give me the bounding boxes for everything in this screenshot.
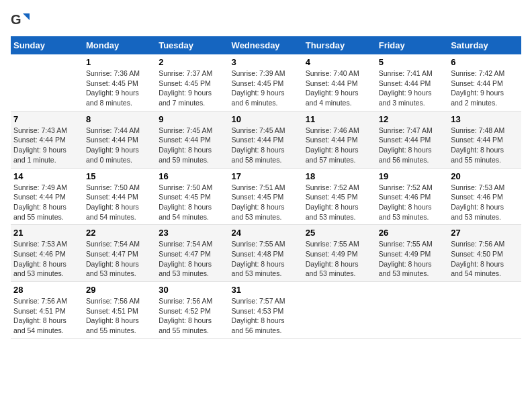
calendar-cell: 5Sunrise: 7:41 AM Sunset: 4:44 PM Daylig… [376,54,448,111]
header-day-friday: Friday [376,36,448,54]
day-number: 13 [451,114,519,124]
calendar-cell: 19Sunrise: 7:52 AM Sunset: 4:46 PM Dayli… [376,168,448,225]
calendar-cell: 27Sunrise: 7:56 AM Sunset: 4:50 PM Dayli… [448,225,521,282]
logo-icon: G [11,11,30,30]
calendar-header-row: SundayMondayTuesdayWednesdayThursdayFrid… [11,36,521,54]
calendar-cell: 26Sunrise: 7:55 AM Sunset: 4:49 PM Dayli… [376,225,448,282]
day-number: 8 [86,114,153,124]
day-number: 28 [13,285,81,295]
day-info: Sunrise: 7:44 AM Sunset: 4:44 PM Dayligh… [86,126,153,165]
header-day-sunday: Sunday [11,36,83,54]
day-number: 27 [451,228,519,238]
calendar-cell: 30Sunrise: 7:56 AM Sunset: 4:52 PM Dayli… [156,282,228,339]
header-day-thursday: Thursday [303,36,376,54]
day-info: Sunrise: 7:37 AM Sunset: 4:45 PM Dayligh… [159,68,226,108]
day-info: Sunrise: 7:56 AM Sunset: 4:51 PM Dayligh… [86,296,153,336]
calendar-cell [11,54,83,111]
day-info: Sunrise: 7:54 AM Sunset: 4:47 PM Dayligh… [86,239,153,279]
day-info: Sunrise: 7:52 AM Sunset: 4:46 PM Dayligh… [379,183,445,222]
day-info: Sunrise: 7:49 AM Sunset: 4:44 PM Dayligh… [13,183,81,222]
day-info: Sunrise: 7:48 AM Sunset: 4:44 PM Dayligh… [451,126,519,165]
day-number: 15 [86,171,153,181]
day-number: 19 [379,171,445,181]
day-info: Sunrise: 7:36 AM Sunset: 4:45 PM Dayligh… [86,68,153,108]
calendar-cell: 15Sunrise: 7:50 AM Sunset: 4:44 PM Dayli… [83,168,156,225]
day-number: 29 [86,285,153,295]
calendar-cell: 12Sunrise: 7:47 AM Sunset: 4:44 PM Dayli… [376,111,448,168]
day-info: Sunrise: 7:41 AM Sunset: 4:44 PM Dayligh… [379,68,445,108]
day-info: Sunrise: 7:51 AM Sunset: 4:45 PM Dayligh… [232,183,300,222]
day-number: 23 [159,228,226,238]
calendar-cell: 22Sunrise: 7:54 AM Sunset: 4:47 PM Dayli… [83,225,156,282]
header-day-wednesday: Wednesday [229,36,303,54]
day-info: Sunrise: 7:55 AM Sunset: 4:49 PM Dayligh… [379,239,445,279]
day-number: 31 [232,285,300,295]
day-number: 20 [451,171,519,181]
day-number: 22 [86,228,153,238]
calendar-cell: 31Sunrise: 7:57 AM Sunset: 4:53 PM Dayli… [229,282,303,339]
day-number: 18 [306,171,373,181]
day-number: 4 [306,57,373,67]
calendar-cell: 11Sunrise: 7:46 AM Sunset: 4:44 PM Dayli… [303,111,376,168]
calendar-cell: 25Sunrise: 7:55 AM Sunset: 4:49 PM Dayli… [303,225,376,282]
calendar-cell: 9Sunrise: 7:45 AM Sunset: 4:44 PM Daylig… [156,111,228,168]
day-info: Sunrise: 7:43 AM Sunset: 4:44 PM Dayligh… [13,126,81,165]
day-number: 2 [159,57,226,67]
calendar-week-row: 28Sunrise: 7:56 AM Sunset: 4:51 PM Dayli… [11,282,521,339]
day-info: Sunrise: 7:42 AM Sunset: 4:44 PM Dayligh… [451,68,519,108]
calendar-cell: 28Sunrise: 7:56 AM Sunset: 4:51 PM Dayli… [11,282,83,339]
calendar-cell [376,282,448,339]
day-number: 17 [232,171,300,181]
day-info: Sunrise: 7:56 AM Sunset: 4:50 PM Dayligh… [451,239,519,279]
calendar-cell: 3Sunrise: 7:39 AM Sunset: 4:45 PM Daylig… [229,54,303,111]
day-number: 7 [13,114,81,124]
calendar-cell: 29Sunrise: 7:56 AM Sunset: 4:51 PM Dayli… [83,282,156,339]
day-info: Sunrise: 7:45 AM Sunset: 4:44 PM Dayligh… [232,126,300,165]
header-day-saturday: Saturday [448,36,521,54]
calendar-cell: 10Sunrise: 7:45 AM Sunset: 4:44 PM Dayli… [229,111,303,168]
day-number: 26 [379,228,445,238]
svg-text:G: G [11,12,21,27]
calendar-cell: 18Sunrise: 7:52 AM Sunset: 4:45 PM Dayli… [303,168,376,225]
day-info: Sunrise: 7:56 AM Sunset: 4:51 PM Dayligh… [13,296,81,336]
day-number: 16 [159,171,226,181]
calendar-cell [303,282,376,339]
day-info: Sunrise: 7:50 AM Sunset: 4:44 PM Dayligh… [86,183,153,222]
calendar-cell: 17Sunrise: 7:51 AM Sunset: 4:45 PM Dayli… [229,168,303,225]
day-info: Sunrise: 7:55 AM Sunset: 4:48 PM Dayligh… [232,239,300,279]
header-day-monday: Monday [83,36,156,54]
calendar-cell: 8Sunrise: 7:44 AM Sunset: 4:44 PM Daylig… [83,111,156,168]
svg-marker-1 [23,13,30,20]
header-day-tuesday: Tuesday [156,36,228,54]
calendar-week-row: 7Sunrise: 7:43 AM Sunset: 4:44 PM Daylig… [11,111,521,168]
page-header: G [11,11,521,30]
day-number: 30 [159,285,226,295]
day-info: Sunrise: 7:53 AM Sunset: 4:46 PM Dayligh… [451,183,519,222]
day-number: 3 [232,57,300,67]
day-number: 9 [159,114,226,124]
calendar-table: SundayMondayTuesdayWednesdayThursdayFrid… [11,36,521,339]
calendar-cell: 23Sunrise: 7:54 AM Sunset: 4:47 PM Dayli… [156,225,228,282]
calendar-cell: 2Sunrise: 7:37 AM Sunset: 4:45 PM Daylig… [156,54,228,111]
calendar-cell: 6Sunrise: 7:42 AM Sunset: 4:44 PM Daylig… [448,54,521,111]
calendar-cell: 24Sunrise: 7:55 AM Sunset: 4:48 PM Dayli… [229,225,303,282]
day-info: Sunrise: 7:39 AM Sunset: 4:45 PM Dayligh… [232,68,300,108]
day-number: 14 [13,171,81,181]
day-number: 12 [379,114,445,124]
day-info: Sunrise: 7:53 AM Sunset: 4:46 PM Dayligh… [13,239,81,279]
calendar-cell: 1Sunrise: 7:36 AM Sunset: 4:45 PM Daylig… [83,54,156,111]
day-info: Sunrise: 7:40 AM Sunset: 4:44 PM Dayligh… [306,68,373,108]
day-number: 21 [13,228,81,238]
day-number: 10 [232,114,300,124]
calendar-cell: 20Sunrise: 7:53 AM Sunset: 4:46 PM Dayli… [448,168,521,225]
calendar-cell: 16Sunrise: 7:50 AM Sunset: 4:45 PM Dayli… [156,168,228,225]
calendar-week-row: 21Sunrise: 7:53 AM Sunset: 4:46 PM Dayli… [11,225,521,282]
calendar-cell: 4Sunrise: 7:40 AM Sunset: 4:44 PM Daylig… [303,54,376,111]
day-info: Sunrise: 7:57 AM Sunset: 4:53 PM Dayligh… [232,296,300,336]
calendar-week-row: 14Sunrise: 7:49 AM Sunset: 4:44 PM Dayli… [11,168,521,225]
day-number: 24 [232,228,300,238]
day-info: Sunrise: 7:45 AM Sunset: 4:44 PM Dayligh… [159,126,226,165]
day-info: Sunrise: 7:50 AM Sunset: 4:45 PM Dayligh… [159,183,226,222]
calendar-cell [448,282,521,339]
day-number: 5 [379,57,445,67]
